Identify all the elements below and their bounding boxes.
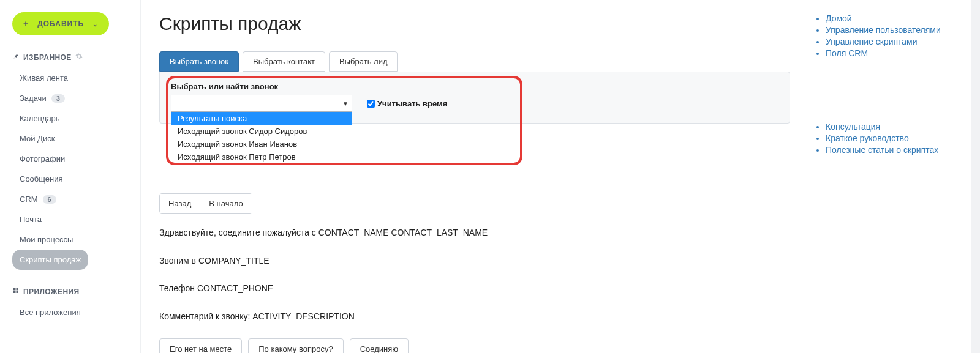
sidebar-item-feed[interactable]: Живая лента: [12, 68, 140, 88]
back-button[interactable]: Назад: [160, 194, 200, 213]
call-select-dropdown: Результаты поиска Исходящий звонок Сидор…: [171, 112, 352, 164]
plus-icon: +: [23, 19, 29, 29]
apps-label: ПРИЛОЖЕНИЯ: [23, 288, 80, 296]
sidebar-item-photos[interactable]: Фотографии: [12, 149, 140, 169]
link-crm-fields[interactable]: Поля CRM: [826, 48, 868, 58]
time-checkbox-row[interactable]: Учитывать время: [367, 99, 447, 108]
script-line: Комментарий к звонку: ACTIVITY_DESCRIPTI…: [159, 311, 790, 323]
link-home[interactable]: Домой: [826, 13, 852, 23]
favorites-label: ИЗБРАННОЕ: [23, 53, 72, 62]
tabs: Выбрать звонок Выбрать контакт Выбрать л…: [159, 51, 790, 72]
action-connecting[interactable]: Соединяю: [350, 338, 409, 353]
tab-call[interactable]: Выбрать звонок: [159, 51, 239, 72]
panel-select-call: Выбрать или найти звонок ▼ Результаты по…: [159, 72, 790, 124]
link-scripts[interactable]: Управление скриптами: [826, 37, 918, 46]
select-label: Выбрать или найти звонок: [171, 82, 778, 91]
pin-icon: [12, 53, 20, 62]
right-sidebar: Домой Управление пользователями Управлен…: [809, 13, 962, 353]
action-buttons: Его нет на месте По какому вопросу? Соед…: [159, 338, 790, 353]
action-what-about[interactable]: По какому вопросу?: [248, 338, 343, 353]
dropdown-option[interactable]: Исходящий звонок Сидор Сидоров: [172, 125, 352, 138]
sidebar-item-all-apps[interactable]: Все приложения: [12, 302, 140, 322]
call-select[interactable]: [171, 95, 352, 112]
badge: 6: [43, 195, 56, 204]
sidebar-item-scripts[interactable]: Скрипты продаж: [12, 250, 88, 270]
link-articles[interactable]: Полезные статьи о скриптах: [826, 145, 938, 155]
script-line: Телефон CONTACT_PHONE: [159, 283, 790, 295]
apps-header: ПРИЛОЖЕНИЯ: [12, 287, 140, 296]
action-not-here[interactable]: Его нет на месте: [159, 338, 242, 353]
tab-lead[interactable]: Выбрать лид: [329, 51, 398, 72]
start-button[interactable]: В начало: [200, 194, 251, 213]
apps-icon: [12, 287, 20, 296]
script-line: Звоним в COMPANY_TITLE: [159, 255, 790, 267]
link-users[interactable]: Управление пользователями: [826, 25, 941, 35]
favorites-header: ИЗБРАННОЕ: [12, 53, 140, 62]
sidebar-item-messages[interactable]: Сообщения: [12, 169, 140, 189]
sidebar-item-crm[interactable]: CRM 6: [12, 189, 140, 209]
link-consult[interactable]: Консультация: [826, 122, 880, 132]
time-checkbox[interactable]: [367, 100, 375, 108]
sidebar-item-disk[interactable]: Мой Диск: [12, 128, 140, 149]
sidebar-item-processes[interactable]: Мои процессы: [12, 229, 140, 250]
sidebar-item-mail[interactable]: Почта: [12, 209, 140, 229]
add-button-label: ДОБАВИТЬ: [37, 20, 84, 28]
chevron-down-icon: ⌄: [92, 21, 98, 28]
link-guide[interactable]: Краткое руководство: [826, 133, 909, 143]
right-links-help: Консультация Краткое руководство Полезны…: [815, 122, 962, 155]
add-button[interactable]: + ДОБАВИТЬ ⌄: [12, 12, 109, 35]
dropdown-option[interactable]: Исходящий звонок Петр Петров: [172, 150, 352, 163]
script-body: Здравствуйте, соедините пожалуйста с CON…: [159, 227, 790, 322]
dropdown-option-header[interactable]: Результаты поиска: [172, 112, 352, 125]
scrollbar[interactable]: [971, 0, 980, 353]
page-title: Скрипты продаж: [159, 13, 790, 34]
time-checkbox-label: Учитывать время: [377, 99, 447, 108]
badge: 3: [51, 94, 65, 103]
favorites-list: Живая лента Задачи 3 Календарь Мой Диск …: [12, 68, 140, 270]
gear-icon[interactable]: [75, 53, 83, 62]
tab-contact[interactable]: Выбрать контакт: [243, 51, 325, 72]
dropdown-option[interactable]: Исходящий звонок Иван Иванов: [172, 138, 352, 150]
right-links-main: Домой Управление пользователями Управлен…: [815, 13, 962, 58]
sidebar-item-tasks[interactable]: Задачи 3: [12, 88, 140, 108]
script-line: Здравствуйте, соедините пожалуйста с CON…: [159, 227, 790, 239]
apps-list: Все приложения: [12, 302, 140, 322]
sidebar-item-calendar[interactable]: Календарь: [12, 108, 140, 128]
back-button-group: Назад В начало: [159, 193, 252, 214]
